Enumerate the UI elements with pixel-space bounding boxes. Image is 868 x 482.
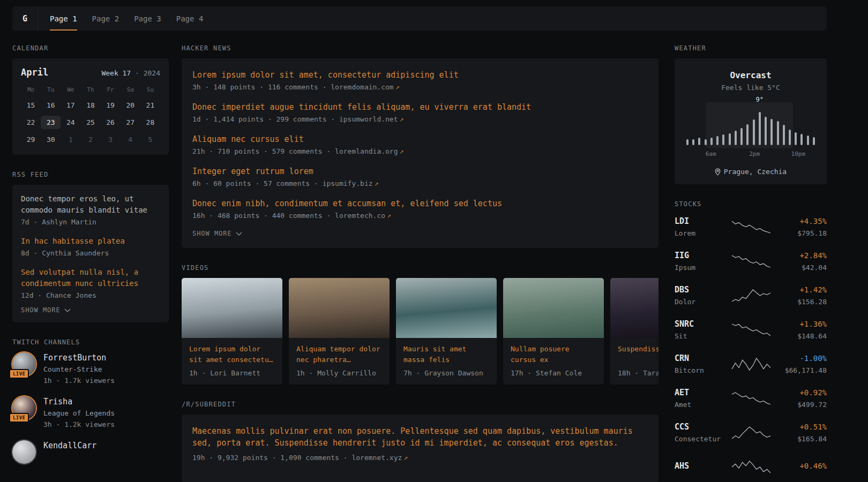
live-badge: LIVE: [9, 369, 29, 379]
stock-id: CRN Bitcorn: [675, 353, 726, 375]
calendar-day-other-month[interactable]: 5: [140, 133, 160, 146]
tab-page-2[interactable]: Page 2: [92, 6, 119, 31]
calendar-month: April: [21, 67, 48, 78]
stock-name: Bitcorn: [675, 366, 726, 375]
stock-price: $165.84: [776, 434, 827, 444]
stock-ticker: CRN: [675, 353, 726, 364]
calendar-day[interactable]: 28: [140, 116, 160, 129]
weather-peak-temp: 9°: [756, 96, 764, 103]
channel-name[interactable]: ForrestBurton: [43, 352, 115, 363]
hn-item-domain[interactable]: loremlandia.org: [335, 147, 398, 155]
stock-values: +2.84% $42.04: [776, 250, 827, 273]
calendar-day[interactable]: 26: [101, 116, 121, 129]
calendar-day[interactable]: 15: [21, 99, 41, 112]
stock-row[interactable]: AHS +0.46%: [675, 454, 827, 479]
calendar-day[interactable]: 22: [21, 116, 41, 129]
calendar-day[interactable]: 25: [80, 116, 100, 129]
video-title[interactable]: Aliquam tempor dolor nec pharetra…: [296, 344, 382, 365]
video-title[interactable]: Mauris sit amet massa felis: [403, 344, 489, 365]
calendar-day[interactable]: 16: [41, 99, 61, 112]
channel-meta: 3h · 1.2k viewers: [43, 419, 115, 430]
video-card[interactable]: Mauris sit amet massa felis 7h · Grayson…: [396, 278, 497, 385]
rss-item-title[interactable]: In hac habitasse platea: [21, 236, 160, 247]
stock-ticker: IIG: [675, 250, 726, 261]
rss-item: In hac habitasse platea 8d · Cynthia Sau…: [21, 236, 160, 259]
calendar-day-other-month[interactable]: 3: [101, 133, 121, 146]
stock-values: -1.00% $66,171.48: [776, 353, 827, 375]
video-thumbnail[interactable]: [289, 278, 390, 338]
video-card[interactable]: Lorem ipsum dolor sit amet consectetu… 1…: [182, 278, 282, 385]
calendar-day[interactable]: 30: [41, 133, 61, 146]
stock-row[interactable]: CCS Consectetur +0.51% $165.84: [675, 420, 827, 445]
stock-row[interactable]: DBS Dolor +1.42% $156.28: [675, 283, 827, 308]
calendar-day[interactable]: 27: [121, 116, 140, 129]
calendar-day[interactable]: 24: [61, 116, 80, 129]
stock-values: +1.36% $148.64: [776, 319, 827, 341]
stocks-list: LDI Lorem +4.35% $795.18 IIG Ipsum: [675, 214, 827, 479]
stock-row[interactable]: IIG Ipsum +2.84% $42.04: [675, 248, 827, 274]
stock-row[interactable]: CRN Bitcorn -1.00% $66,171.48: [675, 351, 827, 376]
twitch-channel[interactable]: LIVE Trisha League of Legends 3h · 1.2k …: [12, 396, 169, 430]
video-title[interactable]: Nullam posuere cursus ex: [511, 344, 596, 365]
calendar-day[interactable]: 18: [80, 99, 100, 112]
calendar-day[interactable]: 17: [61, 99, 80, 112]
location-pin-icon: [715, 168, 721, 176]
video-thumbnail[interactable]: [503, 278, 604, 338]
channel-name[interactable]: Trisha: [43, 396, 115, 407]
tab-page-4[interactable]: Page 4: [176, 6, 204, 31]
hn-item-domain[interactable]: ipsumworld.net: [339, 115, 398, 123]
calendar-day[interactable]: 19: [101, 99, 121, 112]
channel-avatar: [12, 440, 36, 464]
calendar-day-other-month[interactable]: 4: [121, 133, 140, 146]
hn-item-title[interactable]: Donec enim nibh, condimentum et accumsan…: [192, 198, 648, 209]
hn-item-domain[interactable]: ipsumify.biz: [323, 179, 373, 187]
video-title[interactable]: Suspendisse diam: [618, 344, 659, 365]
hn-item-title[interactable]: Lorem ipsum dolor sit amet, consectetur …: [192, 69, 648, 81]
calendar-day[interactable]: 29: [21, 133, 41, 146]
twitch-channel[interactable]: LIVE ForrestBurton Counter-Strike 1h · 1…: [12, 352, 169, 386]
stock-row[interactable]: AET Amet +0.92% $499.72: [675, 386, 827, 411]
weather-bar: [716, 136, 719, 145]
video-card[interactable]: Suspendisse diam 18h · Tara: [610, 278, 659, 385]
calendar-day-selected[interactable]: 23: [41, 116, 61, 129]
video-thumbnail[interactable]: [610, 278, 659, 338]
calendar-dow: Su: [140, 86, 160, 95]
weather-bar: [735, 131, 737, 145]
subreddit-section-title: /R/SUBREDDIT: [182, 401, 659, 408]
time-label: 6am: [706, 150, 716, 157]
video-thumbnail[interactable]: [396, 278, 497, 338]
twitch-channel[interactable]: KendallCarr: [12, 440, 169, 464]
video-title[interactable]: Lorem ipsum dolor sit amet consectetu…: [189, 344, 275, 365]
rss-item-title[interactable]: Sed volutpat nulla nisl, a condimentum n…: [21, 267, 160, 289]
calendar-week-label: Week 17: [101, 69, 131, 77]
hn-item-domain[interactable]: loremtech.co: [335, 212, 385, 220]
hn-item-title[interactable]: Donec imperdiet augue tincidunt felis al…: [192, 101, 648, 113]
calendar-day[interactable]: 21: [140, 99, 160, 112]
reddit-post-title[interactable]: Maecenas mollis pulvinar erat non posuer…: [192, 425, 648, 449]
stock-row[interactable]: LDI Lorem +4.35% $795.18: [675, 214, 827, 239]
hn-item-title[interactable]: Aliquam nec cursus elit: [192, 133, 648, 145]
video-thumbnail[interactable]: [182, 278, 282, 338]
calendar-section-title: CALENDAR: [12, 44, 169, 52]
calendar-day-other-month[interactable]: 2: [80, 133, 100, 146]
middle-column: HACKER NEWS Lorem ipsum dolor sit amet, …: [182, 44, 659, 482]
rss-show-more-button[interactable]: SHOW MORE: [21, 306, 71, 314]
video-card[interactable]: Nullam posuere cursus ex 17h · Stefan Co…: [503, 278, 604, 385]
rss-item-title[interactable]: Donec tempor eros leo, ut commodo mauris…: [21, 193, 160, 216]
hn-item-stats: 1d · 1,414 points · 299 comments ·: [192, 115, 339, 123]
hn-item-title[interactable]: Integer eget rutrum lorem: [192, 165, 648, 177]
tab-page-1[interactable]: Page 1: [50, 6, 77, 31]
reddit-post-domain[interactable]: loremnet.xyz: [351, 454, 402, 462]
calendar-grid: Mo Tu We Th Fr Sa Su 15 16 17 18 19 20 2…: [21, 86, 160, 146]
stock-name: Ipsum: [675, 263, 726, 273]
calendar-day-other-month[interactable]: 1: [61, 133, 80, 146]
stock-row[interactable]: SNRC Sit +1.36% $148.64: [675, 317, 827, 342]
video-card[interactable]: Aliquam tempor dolor nec pharetra… 1h · …: [289, 278, 390, 385]
hn-item-domain[interactable]: loremdomain.com: [331, 83, 393, 91]
calendar-day[interactable]: 20: [121, 99, 140, 112]
channel-name[interactable]: KendallCarr: [43, 440, 96, 451]
show-more-label: SHOW MORE: [192, 230, 232, 237]
hn-show-more-button[interactable]: SHOW MORE: [192, 230, 242, 237]
stock-sparkline: [726, 289, 776, 303]
tab-page-3[interactable]: Page 3: [134, 6, 161, 31]
